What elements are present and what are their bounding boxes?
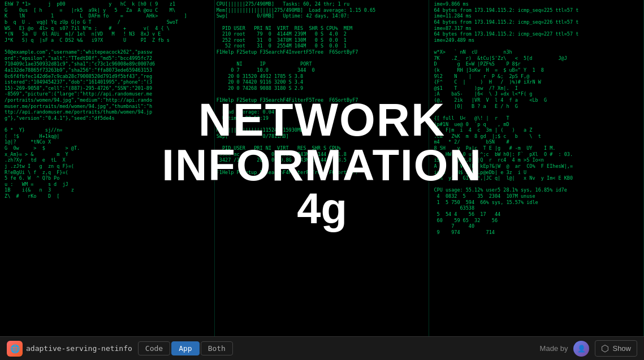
tab-buttons-group: Code App Both — [138, 341, 233, 355]
bottom-left-section: 🌐 adaptive-serving-netinfo Code App Both — [7, 341, 233, 357]
app-name-label: adaptive-serving-netinfo — [26, 344, 132, 353]
tab-app[interactable]: App — [171, 341, 199, 355]
terminal-background: EhW 7 *1> j p00 y hC k [h0 ( 9 z1 G 0us … — [0, 0, 644, 336]
bottom-toolbar: 🌐 adaptive-serving-netinfo Code App Both… — [0, 336, 644, 360]
avatar: 👤 — [573, 341, 589, 357]
bottom-right-section: Made by 👤 ⬡ Show — [540, 340, 637, 357]
tab-code[interactable]: Code — [138, 341, 170, 355]
terminal-col-1: EhW 7 *1> j p00 y hC k [h0 ( 9 z1 G 0us … — [0, 0, 215, 336]
show-label: Show — [612, 344, 631, 353]
terminal-col-3: ime=9.866 ms 64 bytes from 173.194.115.2… — [429, 0, 644, 336]
tab-both[interactable]: Both — [201, 341, 233, 355]
made-by-label: Made by — [540, 344, 568, 353]
show-button[interactable]: ⬡ Show — [595, 340, 637, 357]
terminal-col-2: CPU[||||||275/490MB] Tasks: 60, 24 thr; … — [215, 0, 430, 336]
show-icon: ⬡ — [601, 343, 609, 354]
app-icon: 🌐 — [7, 341, 23, 357]
